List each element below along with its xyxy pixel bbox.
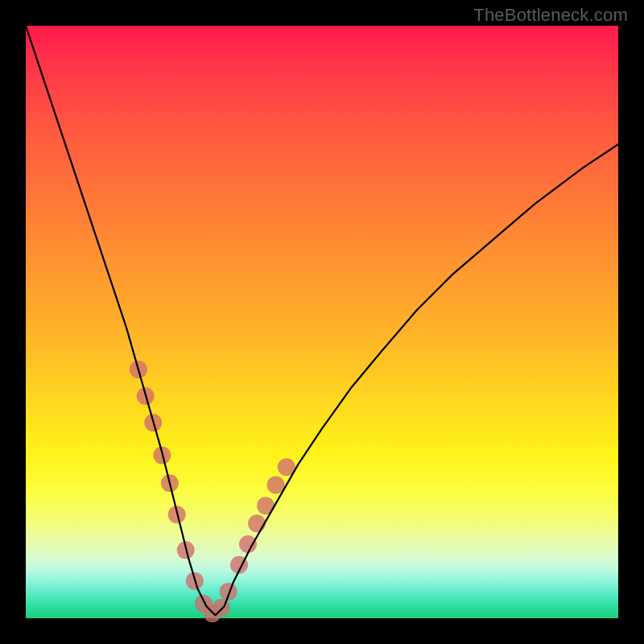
- bottleneck-curve: [26, 26, 618, 615]
- watermark-text: TheBottleneck.com: [473, 5, 628, 26]
- curve-layer: [26, 26, 618, 618]
- marker-dots: [130, 361, 295, 622]
- marker-dot: [248, 514, 266, 532]
- plot-area: [26, 26, 618, 618]
- marker-dot: [239, 535, 257, 553]
- chart-frame: TheBottleneck.com: [0, 0, 644, 644]
